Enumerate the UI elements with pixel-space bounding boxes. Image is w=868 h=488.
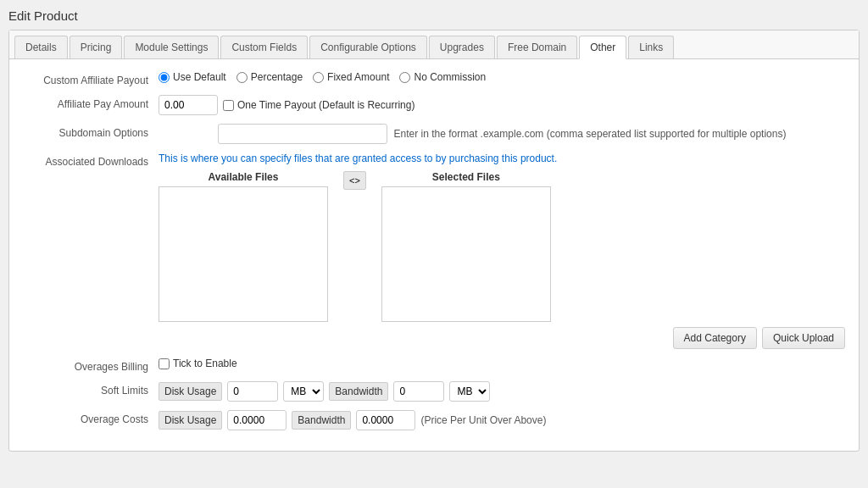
tab-module-settings[interactable]: Module Settings xyxy=(124,36,219,58)
arrow-buttons: <> xyxy=(337,171,373,190)
associated-downloads-label: Associated Downloads xyxy=(23,152,159,168)
radio-no-commission-input[interactable] xyxy=(399,72,410,83)
radio-percentage-input[interactable] xyxy=(236,72,248,83)
overages-billing-label: Overages Billing xyxy=(23,358,159,373)
affiliate-payout-controls: Use Default Percentage Fixed Amount xyxy=(159,71,845,83)
subdomain-label: Subdomain Options xyxy=(23,124,159,139)
radio-use-default-label: Use Default xyxy=(173,71,226,83)
subdomain-input[interactable] xyxy=(218,124,387,144)
quick-upload-button[interactable]: Quick Upload xyxy=(762,327,845,349)
tab-free-domain[interactable]: Free Domain xyxy=(497,36,577,58)
tab-pricing[interactable]: Pricing xyxy=(70,36,123,58)
radio-use-default[interactable]: Use Default xyxy=(159,71,226,83)
overages-checkbox-label: Tick to Enable xyxy=(173,358,237,369)
overage-disk-tag: Disk Usage xyxy=(159,411,222,430)
overage-costs-label: Overage Costs xyxy=(23,410,159,425)
subdomain-controls: Enter in the format .example.com (comma … xyxy=(159,124,845,144)
available-files-panel: Available Files xyxy=(159,171,328,322)
downloads-section: Available Files <> Selected Files xyxy=(159,171,845,322)
available-files-list[interactable] xyxy=(159,186,328,322)
one-time-payout-label: One Time Payout (Default is Recurring) xyxy=(237,99,415,111)
overages-checkbox-row[interactable]: Tick to Enable xyxy=(159,358,237,369)
disk-usage-input[interactable] xyxy=(227,381,278,402)
page-title: Edit Product xyxy=(8,8,860,23)
radio-fixed-amount[interactable]: Fixed Amount xyxy=(313,71,389,83)
affiliate-pay-input[interactable] xyxy=(159,95,218,115)
tab-content: Custom Affiliate Payout Use Default Perc… xyxy=(9,59,859,451)
overage-disk-input[interactable] xyxy=(227,410,287,430)
affiliate-payout-row: Custom Affiliate Payout Use Default Perc… xyxy=(23,71,845,86)
tab-links[interactable]: Links xyxy=(628,36,674,58)
price-per-unit-label: (Price Per Unit Over Above) xyxy=(420,414,546,426)
affiliate-pay-row: Affiliate Pay Amount One Time Payout (De… xyxy=(23,95,845,115)
available-files-label: Available Files xyxy=(209,171,279,183)
tab-other[interactable]: Other xyxy=(579,36,626,59)
associated-downloads-content: This is where you can specify files that… xyxy=(159,152,845,349)
transfer-arrow-button[interactable]: <> xyxy=(343,171,366,190)
overages-billing-row: Overages Billing Tick to Enable xyxy=(23,358,845,373)
tab-configurable-options[interactable]: Configurable Options xyxy=(309,36,427,58)
main-container: Details Pricing Module Settings Custom F… xyxy=(8,30,860,452)
soft-limits-controls: Disk Usage MB GB TB Bandwidth MB GB TB xyxy=(159,381,845,402)
bandwidth-input[interactable] xyxy=(393,381,444,402)
selected-files-label: Selected Files xyxy=(432,171,500,183)
overages-checkbox[interactable] xyxy=(159,358,170,369)
tab-details[interactable]: Details xyxy=(14,36,68,58)
soft-limits-row: Soft Limits Disk Usage MB GB TB Bandwidt… xyxy=(23,381,845,402)
overage-costs-row: Overage Costs Disk Usage Bandwidth (Pric… xyxy=(23,410,845,430)
associated-downloads-row: Associated Downloads This is where you c… xyxy=(23,152,845,349)
affiliate-payout-label: Custom Affiliate Payout xyxy=(23,71,159,86)
downloads-info: This is where you can specify files that… xyxy=(159,152,845,164)
overage-costs-controls: Disk Usage Bandwidth (Price Per Unit Ove… xyxy=(159,410,845,430)
affiliate-radio-group: Use Default Percentage Fixed Amount xyxy=(159,71,486,83)
radio-percentage-label: Percentage xyxy=(251,71,303,83)
radio-percentage[interactable]: Percentage xyxy=(236,71,303,83)
one-time-payout-checkbox[interactable] xyxy=(223,100,234,111)
radio-no-commission-label: No Commission xyxy=(414,71,486,83)
subdomain-hint: Enter in the format .example.com (comma … xyxy=(394,128,787,140)
tabs-bar: Details Pricing Module Settings Custom F… xyxy=(9,30,859,59)
affiliate-pay-controls: One Time Payout (Default is Recurring) xyxy=(159,95,845,115)
add-category-button[interactable]: Add Category xyxy=(673,327,757,349)
subdomain-top: Enter in the format .example.com (comma … xyxy=(218,124,787,144)
one-time-payout-check[interactable]: One Time Payout (Default is Recurring) xyxy=(223,99,415,111)
page-wrapper: Edit Product Details Pricing Module Sett… xyxy=(8,8,860,452)
bandwidth-unit-select[interactable]: MB GB TB xyxy=(449,381,490,402)
disk-usage-tag: Disk Usage xyxy=(159,382,222,401)
radio-use-default-input[interactable] xyxy=(159,72,170,83)
selected-files-list[interactable] xyxy=(381,186,551,322)
bandwidth-tag: Bandwidth xyxy=(329,382,388,401)
overage-bandwidth-tag: Bandwidth xyxy=(292,411,351,430)
subdomain-row: Subdomain Options Enter in the format .e… xyxy=(23,124,845,144)
disk-usage-unit-select[interactable]: MB GB TB xyxy=(283,381,324,402)
overage-bandwidth-input[interactable] xyxy=(356,410,415,430)
overages-billing-controls: Tick to Enable xyxy=(159,358,845,369)
tab-custom-fields[interactable]: Custom Fields xyxy=(220,36,308,58)
tab-upgrades[interactable]: Upgrades xyxy=(429,36,495,58)
radio-no-commission[interactable]: No Commission xyxy=(399,71,486,83)
selected-files-panel: Selected Files xyxy=(381,171,551,322)
action-buttons: Add Category Quick Upload xyxy=(159,327,845,349)
radio-fixed-amount-input[interactable] xyxy=(313,72,324,83)
affiliate-pay-label: Affiliate Pay Amount xyxy=(23,95,159,110)
soft-limits-label: Soft Limits xyxy=(23,381,159,396)
radio-fixed-amount-label: Fixed Amount xyxy=(327,71,389,83)
